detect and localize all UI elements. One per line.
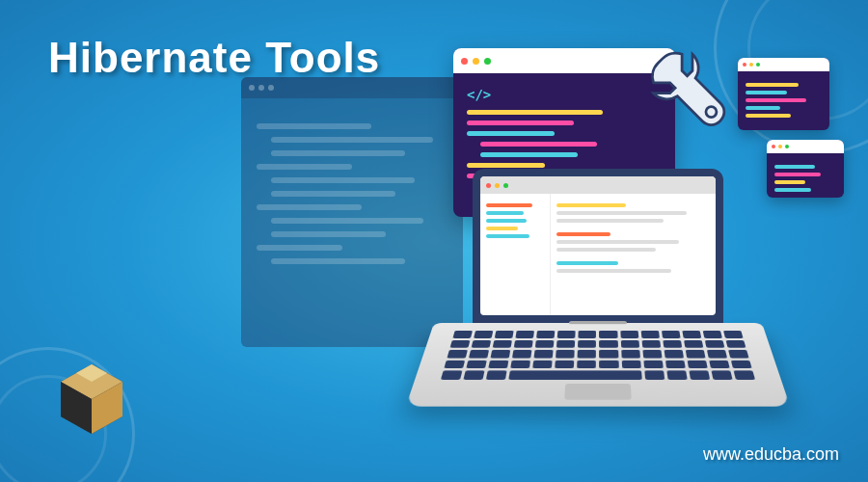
- wrench-icon: [646, 29, 752, 135]
- website-url: www.educba.com: [703, 444, 839, 465]
- floating-window-2: [767, 140, 844, 198]
- laptop-illustration: [434, 169, 762, 434]
- minimize-icon: [473, 58, 479, 65]
- editor-titlebar: [453, 48, 675, 73]
- maximize-icon: [484, 58, 491, 65]
- page-title: Hibernate Tools: [48, 34, 380, 82]
- code-tag-icon: </>: [467, 87, 662, 102]
- window-titlebar: [241, 77, 463, 98]
- close-icon: [461, 58, 468, 65]
- laptop-screen: [473, 169, 723, 323]
- laptop-keyboard: [406, 323, 791, 407]
- background-code-window: [241, 77, 463, 347]
- brand-logo-icon: [53, 357, 130, 443]
